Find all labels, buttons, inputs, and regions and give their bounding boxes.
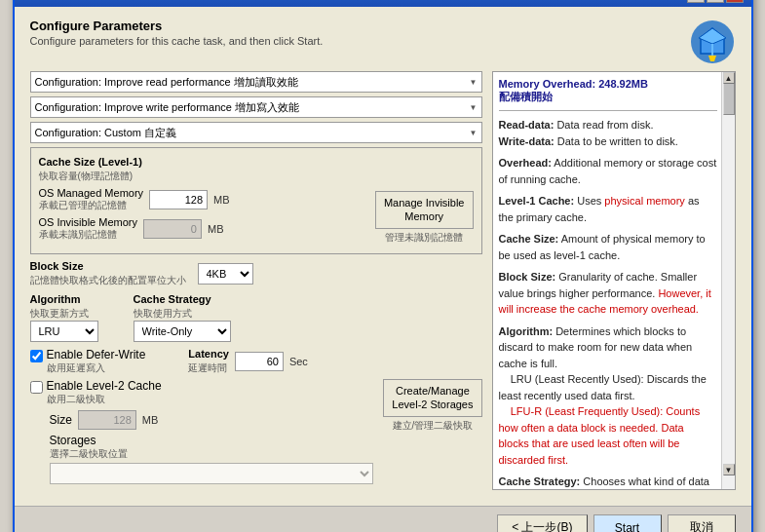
level2-size-label: Size [50,413,72,427]
maximize-button[interactable]: □ [707,0,724,3]
os-managed-input[interactable] [149,190,208,209]
panel-divider [499,110,717,111]
start-button[interactable]: Start [593,514,662,532]
level2-storages-row: Storages 選擇二級快取位置 [50,434,374,484]
level2-size-unit: MB [142,414,159,426]
cache-size-sublabel: 快取容量(物理記憶體) [39,170,474,183]
os-invisible-sublabel: 承載未識別記憶體 [39,228,137,242]
title-controls: ─ □ ✕ [687,0,744,3]
algorithm-sublabel: 快取更新方式 [30,307,98,321]
section-title: Configure Parameters [30,19,324,33]
cache-strategy-group: Cache Strategy 快取使用方式 Write-Only Read-On… [134,293,231,342]
storages-label: Storages [50,434,374,447]
cancel-button[interactable]: 取消 [668,514,736,532]
manage-invisible-memory-button[interactable]: Manage Invisible Memory [375,191,474,229]
block-size-label: Block Size [30,260,186,272]
main-area: Configuration: Improve read performance … [30,71,736,490]
os-invisible-input[interactable] [143,219,202,239]
algo-strategy-row: Algorithm 快取更新方式 LRU LFU-R Cache Strateg… [30,293,482,342]
latency-input[interactable] [235,352,284,371]
main-window: New Cache Task ─ □ ✕ Configure Parameter… [13,0,753,532]
manage-btn-sublabel: 管理未識別記憶體 [385,231,463,245]
os-invisible-row: OS Invisible Memory 承載未識別記憶體 MB [39,216,365,242]
level2-btn-sublabel: 建立/管理二級快取 [393,419,474,433]
cache-strategy-sublabel: 快取使用方式 [134,307,231,321]
latency-unit: Sec [289,356,308,367]
os-managed-sublabel: 承載已管理的記憶體 [39,199,144,212]
dropdown-row-write: Configuration: Improve write performance… [30,96,482,118]
block-size-sublabel: 記憶體快取格式化後的配置單位大小 [30,274,186,287]
storages-select[interactable] [50,463,374,484]
chevron-down-icon: ▼ [470,103,478,112]
os-invisible-label: OS Invisible Memory [39,216,137,228]
improve-read-dropdown[interactable]: Configuration: Improve read performance … [30,71,482,93]
info-text: Read-data: Data read from disk.Write-dat… [499,117,717,490]
level2-row: Enable Level-2 Cache 啟用二級快取 Size MB Stor… [30,379,482,484]
os-managed-row: OS Managed Memory 承載已管理的記憶體 MB [39,187,365,212]
title-bar: New Cache Task ─ □ ✕ [15,0,751,7]
defer-write-label[interactable]: Enable Defer-Write [47,348,146,361]
latency-sublabel: 延遲時間 [188,361,229,375]
improve-write-dropdown[interactable]: Configuration: Improve write performance… [30,96,482,118]
chevron-down-icon: ▼ [470,78,478,87]
back-button[interactable]: < 上一步(B) [497,514,587,532]
custom-dropdown[interactable]: Configuration: Custom 自定義 ▼ [30,122,482,143]
left-panel: Configuration: Improve read performance … [30,71,482,490]
content-area: Configure Parameters Configure parameter… [15,7,751,502]
app-icon [689,19,736,65]
dropdown-row-custom: Configuration: Custom 自定義 ▼ [30,122,482,143]
level2-size-row: Size MB [50,410,374,430]
level2-sublabel: 啟用二級快取 [47,393,162,406]
latency-label: Latency [188,348,229,360]
algorithm-select[interactable]: LRU LFU-R [30,321,98,342]
level2-label[interactable]: Enable Level-2 Cache [47,379,162,393]
chevron-down-icon: ▼ [470,129,478,137]
defer-write-row: Enable Defer-Write 啟用延遲寫入 Latency 延遲時間 S… [30,348,482,375]
section-desc: Configure parameters for this cache task… [30,35,324,47]
cache-size-group: Cache Size (Level-1) 快取容量(物理記憶體) OS Mana… [30,147,482,254]
os-invisible-unit: MB [208,223,224,235]
algorithm-group: Algorithm 快取更新方式 LRU LFU-R [30,293,98,342]
storages-sublabel: 選擇二級快取位置 [50,447,374,461]
defer-write-checkbox[interactable] [30,350,43,362]
algorithm-label: Algorithm [30,293,98,305]
window-title: New Cache Task [22,0,114,2]
block-size-select[interactable]: 4KB 8KB 16KB [198,263,253,285]
level2-checkbox[interactable] [30,381,43,394]
cache-strategy-label: Cache Strategy [134,293,231,305]
info-panel: Memory Overhead: 248.92MB 配備積開始 Read-dat… [492,71,736,490]
close-button[interactable]: ✕ [726,0,744,3]
minimize-button[interactable]: ─ [687,0,705,3]
defer-write-sublabel: 啟用延遲寫入 [47,361,146,375]
os-managed-label: OS Managed Memory [39,187,144,199]
os-managed-unit: MB [213,194,230,206]
block-size-row: Block Size 記憶體快取格式化後的配置單位大小 4KB 8KB 16KB [30,260,482,287]
create-manage-level2-button[interactable]: Create/Manage Level-2 Storages [383,379,481,417]
footer: < 上一步(B) Start 取消 [15,506,751,532]
overhead-label: Memory Overhead: 248.92MB 配備積開始 [499,78,717,104]
cache-size-label: Cache Size (Level-1) [39,156,474,168]
cache-strategy-select[interactable]: Write-Only Read-Only Read-Write [134,321,231,342]
level2-checkbox-row: Enable Level-2 Cache 啟用二級快取 [30,379,374,406]
dropdown-row-read: Configuration: Improve read performance … [30,71,482,93]
level2-size-input[interactable] [78,410,136,430]
